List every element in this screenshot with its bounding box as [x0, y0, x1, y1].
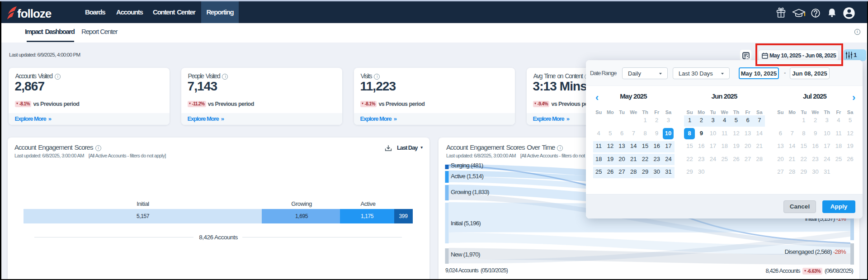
svg-text:folloze: folloze — [17, 7, 52, 20]
